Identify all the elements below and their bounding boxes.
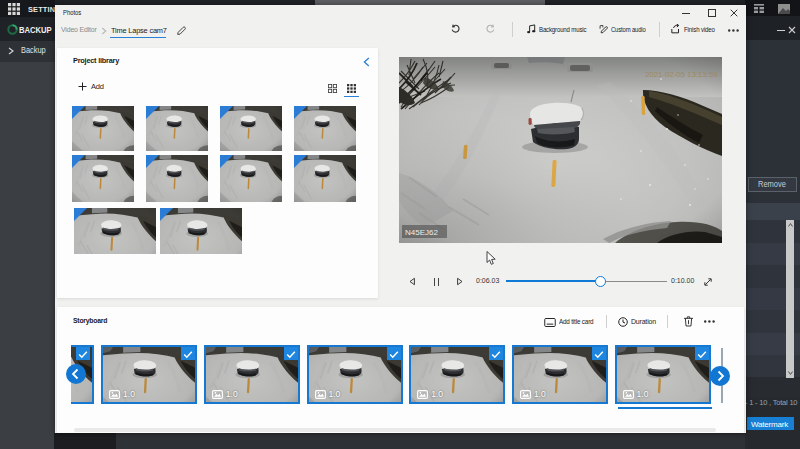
- svg-text:N45EJ62: N45EJ62: [405, 228, 438, 237]
- svg-text:2021-02-05 13:13:59: 2021-02-05 13:13:59: [645, 70, 718, 79]
